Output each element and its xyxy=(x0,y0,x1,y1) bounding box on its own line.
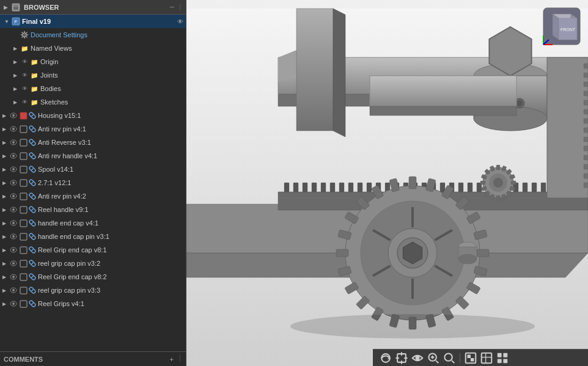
svg-rect-229 xyxy=(503,359,507,363)
tree-item-ratio[interactable]: ▶2.7:1 v12:1 xyxy=(0,176,186,189)
anti-rev-handle-expand-arrow[interactable]: ▶ xyxy=(0,152,9,160)
ratio-eye-icon[interactable] xyxy=(9,178,18,188)
reel-grip-cap-pin-3-expand-arrow[interactable]: ▶ xyxy=(0,286,9,295)
spool-eye-icon[interactable] xyxy=(9,164,18,174)
housing-expand-arrow[interactable]: ▶ xyxy=(0,111,9,120)
tree-item-origin[interactable]: ▶ 👁 📁 Origin xyxy=(0,55,186,68)
viewport[interactable]: FRONT xyxy=(186,0,588,366)
handle-end-cap-1-expand-arrow[interactable]: ▶ xyxy=(0,219,9,227)
tree-item-reel-grip-cap-pin-2[interactable]: ▶reel grip cap pin v3:2 xyxy=(0,257,186,270)
tree-item-reel-grip-cap-pin-3[interactable]: ▶reel grip cap pin v3:3 xyxy=(0,284,186,297)
svg-line-11 xyxy=(26,37,28,38)
tree-item-anti-rev-pin-2[interactable]: ▶Anti rev pin v4:2 xyxy=(0,189,186,203)
svg-line-41 xyxy=(32,196,34,197)
svg-rect-228 xyxy=(498,359,502,363)
anti-reverse-expand-arrow[interactable]: ▶ xyxy=(0,138,9,147)
reel-grip-end-cap-1-expand-arrow[interactable]: ▶ xyxy=(0,246,9,254)
sketches-arrow[interactable]: ▶ xyxy=(11,98,20,106)
display-btn[interactable] xyxy=(464,351,477,365)
handle-end-cap-1-eye-icon[interactable] xyxy=(9,218,18,228)
reel-handle-eye-icon[interactable] xyxy=(9,205,18,214)
svg-point-43 xyxy=(12,208,15,211)
comments-add-btn[interactable]: + xyxy=(167,354,177,364)
svg-point-51 xyxy=(12,235,15,238)
tree-item-reel-handle[interactable]: ▶Reel handle v9:1 xyxy=(0,203,186,216)
svg-rect-162 xyxy=(496,165,500,170)
handle-end-cap-2-eye-icon[interactable] xyxy=(9,232,18,241)
anti-rev-pin-2-expand-arrow[interactable]: ▶ xyxy=(0,192,9,200)
tree-item-anti-rev-handle[interactable]: ▶Anti rev handle v4:1 xyxy=(0,149,186,163)
spool-expand-arrow[interactable]: ▶ xyxy=(0,165,9,174)
reel-grip-cap-pin-2-eye-icon[interactable] xyxy=(9,258,18,268)
housing-label: Housing v15:1 xyxy=(37,112,183,119)
tree-item-named-views[interactable]: ▶ 📁 Named Views xyxy=(0,42,186,55)
svg-rect-226 xyxy=(498,353,502,357)
svg-rect-178 xyxy=(547,57,588,198)
look-btn[interactable] xyxy=(411,351,424,365)
tree-root-item[interactable]: ▼ F Final v19 👁 xyxy=(0,15,186,28)
joints-eye-icon[interactable]: 👁 xyxy=(20,70,29,80)
tree-item-reel-grip-end-cap-2[interactable]: ▶Reel Grip end cap v8:2 xyxy=(0,270,186,284)
housing-eye-icon[interactable] xyxy=(9,111,18,120)
anti-rev-handle-eye-icon[interactable] xyxy=(9,151,18,161)
named-views-arrow[interactable]: ▶ xyxy=(11,44,20,53)
fit-btn[interactable] xyxy=(443,351,456,365)
grid-btn[interactable] xyxy=(480,351,493,365)
reel-grip-end-cap-2-label: Reel Grip end cap v8:2 xyxy=(37,273,183,280)
svg-rect-28 xyxy=(20,153,27,159)
reel-grip-end-cap-1-eye-icon[interactable] xyxy=(9,245,18,255)
svg-line-10 xyxy=(22,32,23,34)
tree-item-spool[interactable]: ▶Spool v14:1 xyxy=(0,163,186,176)
root-expand-arrow[interactable]: ▼ xyxy=(2,17,11,26)
orbit-btn[interactable] xyxy=(379,351,392,365)
reel-grips-expand-arrow[interactable]: ▶ xyxy=(0,299,9,308)
svg-marker-80 xyxy=(296,9,333,131)
reel-grips-eye-icon[interactable] xyxy=(9,299,18,309)
svg-line-53 xyxy=(32,236,34,238)
anti-rev-pin-1-expand-arrow[interactable]: ▶ xyxy=(0,125,9,133)
anti-rev-pin-1-eye-icon[interactable] xyxy=(9,124,18,134)
reel-grip-cap-pin-3-eye-icon[interactable] xyxy=(9,285,18,295)
tree-item-doc-settings[interactable]: Document Settings xyxy=(0,28,186,42)
tree-item-housing[interactable]: ▶Housing v15:1 xyxy=(0,109,186,122)
reel-handle-label: Reel handle v9:1 xyxy=(37,206,183,213)
tree-item-anti-reverse[interactable]: ▶Anti Reverse v3:1 xyxy=(0,136,186,149)
tree-item-reel-grip-end-cap-1[interactable]: ▶Reel Grip end cap v8:1 xyxy=(0,243,186,257)
anti-rev-pin-2-eye-icon[interactable] xyxy=(9,191,18,201)
tree-item-handle-end-cap-2[interactable]: ▶handle end cap pin v3:1 xyxy=(0,230,186,243)
svg-line-49 xyxy=(32,222,34,224)
tree-item-reel-grips[interactable]: ▶Reel Grips v4:1 xyxy=(0,297,186,310)
reel-handle-expand-arrow[interactable]: ▶ xyxy=(0,205,9,214)
tree-item-handle-end-cap-1[interactable]: ▶handle end cap v4:1 xyxy=(0,216,186,230)
tree-item-bodies[interactable]: ▶ 👁 📁 Bodies xyxy=(0,82,186,95)
ratio-expand-arrow[interactable]: ▶ xyxy=(0,178,9,187)
joints-arrow[interactable]: ▶ xyxy=(11,71,20,79)
sketches-eye-icon[interactable]: 👁 xyxy=(20,97,29,107)
browser-collapse-arrow[interactable]: ▶ xyxy=(4,4,8,10)
reel-grip-end-cap-2-eye-icon[interactable] xyxy=(9,272,18,282)
tree-item-anti-rev-pin-1[interactable]: ▶Anti rev pin v4:1 xyxy=(0,122,186,136)
svg-rect-24 xyxy=(20,139,27,146)
footer-icons: + │ xyxy=(167,354,182,364)
zoom-btn[interactable] xyxy=(427,351,440,365)
bodies-arrow[interactable]: ▶ xyxy=(11,84,20,93)
svg-line-29 xyxy=(32,155,34,157)
svg-rect-227 xyxy=(503,353,507,357)
viewcube[interactable]: FRONT xyxy=(540,5,583,48)
svg-text:F: F xyxy=(15,19,18,24)
anti-reverse-eye-icon[interactable] xyxy=(9,137,18,147)
browser-minus-btn[interactable]: ─ xyxy=(167,2,177,12)
origin-arrow[interactable]: ▶ xyxy=(11,57,20,66)
bodies-eye-icon[interactable]: 👁 xyxy=(20,84,29,93)
origin-eye-icon[interactable]: 👁 xyxy=(20,57,29,67)
svg-rect-72 xyxy=(20,301,27,307)
reel-grip-cap-pin-2-expand-arrow[interactable]: ▶ xyxy=(0,259,9,268)
svg-line-12 xyxy=(26,32,28,34)
pan-btn[interactable] xyxy=(395,351,408,365)
reel-grip-end-cap-2-expand-arrow[interactable]: ▶ xyxy=(0,273,9,281)
tree-item-sketches[interactable]: ▶ 👁 📁 Sketches xyxy=(0,95,186,109)
handle-end-cap-2-expand-arrow[interactable]: ▶ xyxy=(0,232,9,241)
tree-item-joints[interactable]: ▶ 👁 📁 Joints xyxy=(0,68,186,82)
svg-marker-81 xyxy=(333,9,345,137)
snap-btn[interactable] xyxy=(496,351,509,365)
